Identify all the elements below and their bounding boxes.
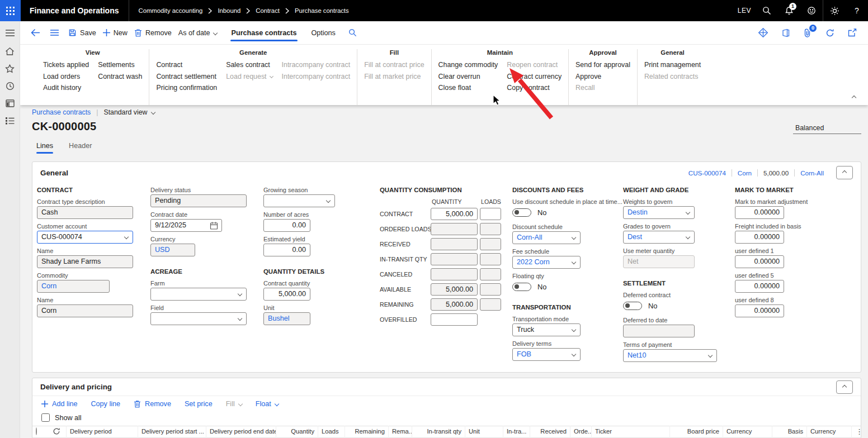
contract-quantity-field[interactable]: 5,000.00 (263, 288, 310, 301)
ribbon-item-copy-contract[interactable]: Copy contract (507, 84, 562, 92)
new-window-icon[interactable] (847, 27, 858, 39)
field-combo[interactable] (150, 312, 247, 325)
ribbon-item-print-management[interactable]: Print management (644, 61, 701, 69)
fee-schedule-combo[interactable]: 2022 Corn (512, 256, 581, 269)
farm-combo[interactable] (150, 288, 247, 301)
commodity-field[interactable]: Corn (37, 280, 110, 293)
ribbon-item-pricing-confirmation[interactable]: Pricing confirmation (156, 84, 217, 92)
col-unit[interactable]: Unit (465, 426, 503, 438)
menu-icon[interactable] (0, 24, 20, 41)
collapse-section-button[interactable] (836, 380, 853, 394)
command-search-icon[interactable] (346, 26, 360, 40)
remove-line-button[interactable]: Remove (134, 400, 171, 408)
workspaces-icon[interactable] (0, 94, 20, 112)
col-in-transit-2[interactable]: In-tra... (503, 426, 530, 438)
contract-loads-field[interactable] (480, 208, 501, 220)
ribbon-item-sales-contract[interactable]: Sales contract (226, 61, 272, 69)
col-currency-2[interactable]: Currency (806, 426, 851, 438)
list-link[interactable]: Purchase contracts (32, 108, 91, 116)
terms-of-payment-combo[interactable]: Net10 (623, 349, 717, 362)
transportation-mode-combo[interactable]: Truck (512, 323, 581, 336)
delivery-terms-combo[interactable]: FOB (512, 348, 581, 361)
back-icon[interactable] (28, 26, 43, 40)
recent-icon[interactable] (0, 77, 20, 94)
row-select-header[interactable] (32, 426, 49, 438)
as-of-date-button[interactable]: As of date (178, 29, 217, 37)
ribbon-item-contract-wash[interactable]: Contract wash (98, 73, 142, 80)
feedback-icon[interactable] (800, 0, 823, 21)
col-quantity[interactable]: Quantity (276, 426, 318, 438)
user-defined-5-field[interactable]: 0.00000 (735, 280, 784, 293)
breadcrumb-purchase-contracts[interactable]: Purchase contracts (295, 7, 349, 14)
app-title[interactable]: Finance and Operations (21, 6, 129, 15)
modules-icon[interactable] (0, 112, 20, 129)
ribbon-item-close-float[interactable]: Close float (438, 84, 498, 92)
ribbon-collapse-icon[interactable] (852, 92, 856, 102)
refresh-icon[interactable] (824, 27, 836, 39)
col-ordered[interactable]: Orde... (570, 426, 591, 438)
app-launcher-button[interactable] (0, 0, 21, 21)
quick-link-commodity[interactable]: Corn (738, 169, 752, 177)
favorites-icon[interactable] (0, 60, 20, 77)
tab-lines[interactable]: Lines (36, 142, 53, 154)
col-board-price[interactable]: Board price (669, 426, 723, 438)
col-ticker[interactable]: Ticker (591, 426, 669, 438)
add-line-button[interactable]: Add line (41, 400, 78, 408)
tab-options[interactable]: Options (311, 29, 335, 37)
contract-date-field[interactable]: 9/12/2025 (150, 219, 222, 232)
col-remaining[interactable]: Remaining (345, 426, 388, 438)
grades-to-govern-combo[interactable]: Dest (623, 231, 695, 244)
ribbon-item-load-orders[interactable]: Load orders (43, 73, 89, 80)
col-delivery-period-start[interactable]: Delivery period start ... ↑ (138, 426, 206, 438)
view-selector[interactable]: Standard view (103, 108, 155, 116)
breadcrumb-contract[interactable]: Contract (256, 7, 280, 14)
guide-icon[interactable] (757, 27, 768, 39)
col-loads[interactable]: Loads (318, 426, 345, 438)
ribbon-item-audit-history[interactable]: Audit history (43, 84, 89, 92)
col-delivery-period-end[interactable]: Delivery period end date (206, 426, 276, 438)
use-discount-toggle[interactable]: No (512, 207, 581, 218)
ribbon-item-send-for-approval[interactable]: Send for approval (575, 61, 630, 69)
attachments-icon[interactable]: 0 (802, 27, 813, 39)
search-icon[interactable] (756, 0, 778, 21)
refresh-grid-button[interactable] (49, 426, 66, 438)
nav-collapse-icon[interactable] (47, 26, 62, 40)
currency-field[interactable]: USD (150, 244, 195, 256)
float-menu-button[interactable]: Float (256, 400, 279, 408)
estimated-yield-field[interactable]: 0.00 (263, 244, 310, 256)
office-icon[interactable] (780, 27, 791, 39)
breadcrumb-inbound[interactable]: Inbound (218, 7, 240, 14)
overfilled-qty-field[interactable] (431, 313, 478, 326)
weights-to-govern-combo[interactable]: Destin (623, 206, 695, 219)
ribbon-item-clear-overrun[interactable]: Clear overrun (438, 73, 498, 80)
tab-header[interactable]: Header (69, 142, 92, 154)
freight-included-in-basis-field[interactable]: 0.00000 (735, 231, 784, 244)
col-received[interactable]: Received (530, 426, 570, 438)
show-all-checkbox[interactable] (41, 413, 50, 422)
mark-to-market-adjustment-field[interactable]: 0.00000 (735, 206, 784, 219)
ribbon-item-change-commodity[interactable]: Change commodity (438, 61, 498, 69)
help-icon[interactable]: ? (846, 0, 868, 21)
ribbon-item-contract-settlement[interactable]: Contract settlement (156, 73, 217, 80)
user-defined-1-field[interactable]: 0.00000 (735, 255, 784, 268)
balanced-status-field[interactable]: Balanced (793, 123, 861, 134)
quick-link-customer[interactable]: CUS-000074 (688, 169, 726, 177)
col-delivery-period[interactable]: Delivery period (66, 426, 138, 438)
set-price-button[interactable]: Set price (185, 400, 213, 408)
ribbon-item-tickets-applied[interactable]: Tickets applied (43, 61, 89, 69)
remove-button[interactable]: Remove (134, 28, 172, 37)
save-button[interactable]: Save (68, 28, 96, 37)
floating-qty-toggle[interactable]: No (512, 281, 581, 292)
home-icon[interactable] (0, 42, 20, 60)
number-of-acres-field[interactable]: 0.00 (263, 219, 310, 232)
user-defined-8-field[interactable]: 0.00000 (735, 304, 784, 317)
user-initials[interactable]: LEV (738, 7, 751, 15)
customer-account-combo[interactable]: CUS-000074 (37, 231, 133, 244)
more-columns-icon[interactable]: ⋮ (851, 426, 867, 438)
copy-line-button[interactable]: Copy line (91, 400, 121, 408)
unit-field[interactable]: Bushel (263, 312, 310, 325)
col-basis[interactable]: Basis (772, 426, 806, 438)
tab-purchase-contracts[interactable]: Purchase contracts (232, 29, 297, 37)
contract-qty-field[interactable]: 5,000.00 (431, 208, 478, 220)
collapse-section-button[interactable] (836, 166, 853, 179)
